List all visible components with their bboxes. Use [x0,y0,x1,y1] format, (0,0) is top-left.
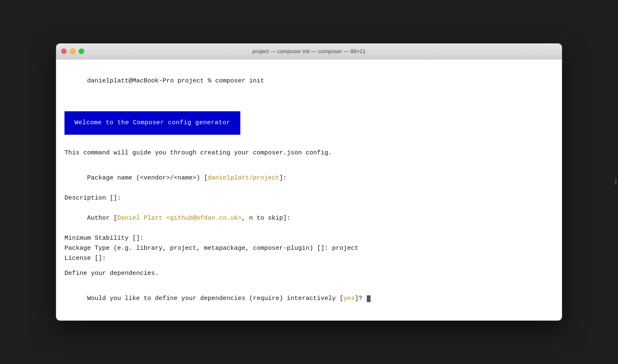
author-link: Daniel Platt <github@ofdan.co.uk> [117,215,242,222]
traffic-lights [61,49,84,54]
package-name-link: danielplatt/project [208,174,279,182]
minimize-button[interactable] [70,49,75,54]
package-type-line: Package Type (e.g. library, project, met… [64,244,554,254]
define-deps-line: Define your dependencies. [64,269,554,279]
would-you-link: yes [343,295,355,302]
license-line: License []: [64,254,554,264]
minimum-stability-line: Minimum Stability []: [64,233,554,244]
description-line: Description []: [64,193,554,203]
window-title: project — composer init — composer — 88×… [252,48,366,54]
close-button[interactable] [61,49,67,54]
maximize-button[interactable] [79,49,84,54]
author-line: Author [Daniel Platt <github@ofdan.co.uk… [64,203,554,233]
would-you-line: Would you like to define your dependenci… [64,284,554,314]
guide-text: This command will guide you through crea… [64,148,554,158]
titlebar: project — composer init — composer — 88×… [56,44,562,59]
cursor [367,295,371,302]
welcome-banner-container: Welcome to the Composer config generator [64,111,554,143]
package-name-line: Package name (<vendor>/<name>) [danielpl… [64,163,554,193]
terminal-body[interactable]: danielplatt@MacBook-Pro project % compos… [56,59,562,320]
welcome-banner: Welcome to the Composer config generator [64,111,240,135]
prompt-line: danielplatt@MacBook-Pro project % compos… [64,66,554,106]
terminal-window: project — composer init — composer — 88×… [56,43,562,321]
